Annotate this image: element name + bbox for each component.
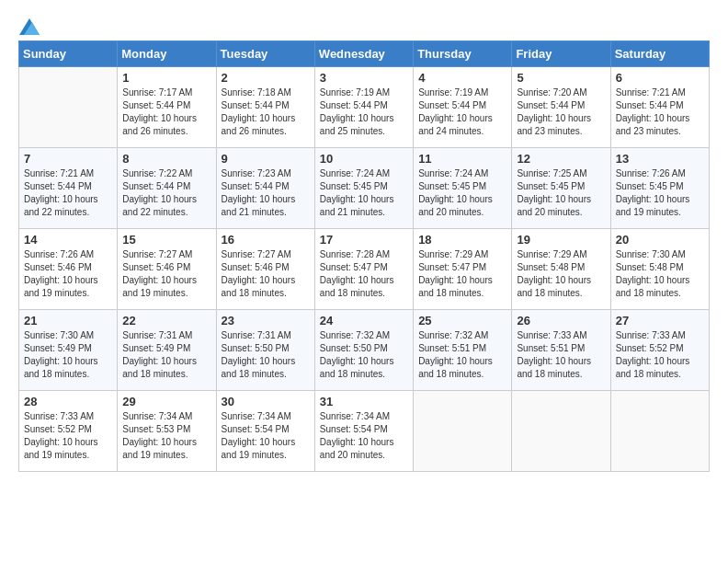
day-number: 22 xyxy=(122,314,210,327)
logo-icon xyxy=(19,18,40,35)
calendar-cell: 29Sunrise: 7:34 AM Sunset: 5:53 PM Dayli… xyxy=(118,391,216,472)
day-number: 4 xyxy=(418,71,506,85)
logo xyxy=(18,18,40,31)
calendar-cell: 25Sunrise: 7:32 AM Sunset: 5:51 PM Dayli… xyxy=(414,310,512,391)
calendar-cell: 8Sunrise: 7:22 AM Sunset: 5:44 PM Daylig… xyxy=(118,148,216,229)
day-info: Sunrise: 7:30 AM Sunset: 5:49 PM Dayligh… xyxy=(24,329,112,381)
day-number: 28 xyxy=(24,395,112,408)
day-info: Sunrise: 7:28 AM Sunset: 5:47 PM Dayligh… xyxy=(320,248,408,300)
calendar-cell: 15Sunrise: 7:27 AM Sunset: 5:46 PM Dayli… xyxy=(118,229,216,310)
day-info: Sunrise: 7:18 AM Sunset: 5:44 PM Dayligh… xyxy=(222,86,310,138)
day-number: 17 xyxy=(320,233,408,247)
calendar-cell: 3Sunrise: 7:19 AM Sunset: 5:44 PM Daylig… xyxy=(314,67,413,148)
calendar-cell: 24Sunrise: 7:32 AM Sunset: 5:50 PM Dayli… xyxy=(314,310,413,391)
calendar-cell xyxy=(19,67,118,148)
calendar-cell: 23Sunrise: 7:31 AM Sunset: 5:50 PM Dayli… xyxy=(216,310,314,391)
calendar-cell: 11Sunrise: 7:24 AM Sunset: 5:45 PM Dayli… xyxy=(414,148,512,229)
calendar-cell: 1Sunrise: 7:17 AM Sunset: 5:44 PM Daylig… xyxy=(118,67,216,148)
calendar-cell: 17Sunrise: 7:28 AM Sunset: 5:47 PM Dayli… xyxy=(314,229,413,310)
calendar-cell: 27Sunrise: 7:33 AM Sunset: 5:52 PM Dayli… xyxy=(610,310,709,391)
calendar-cell: 18Sunrise: 7:29 AM Sunset: 5:47 PM Dayli… xyxy=(414,229,512,310)
day-info: Sunrise: 7:32 AM Sunset: 5:50 PM Dayligh… xyxy=(320,329,408,381)
day-number: 6 xyxy=(616,71,704,85)
day-info: Sunrise: 7:33 AM Sunset: 5:52 PM Dayligh… xyxy=(616,329,704,381)
calendar-week-row: 14Sunrise: 7:26 AM Sunset: 5:46 PM Dayli… xyxy=(19,229,710,310)
day-info: Sunrise: 7:34 AM Sunset: 5:54 PM Dayligh… xyxy=(320,410,408,462)
day-info: Sunrise: 7:29 AM Sunset: 5:48 PM Dayligh… xyxy=(517,248,605,300)
calendar-cell: 28Sunrise: 7:33 AM Sunset: 5:52 PM Dayli… xyxy=(19,391,118,472)
day-info: Sunrise: 7:21 AM Sunset: 5:44 PM Dayligh… xyxy=(616,86,704,138)
column-header-thursday: Thursday xyxy=(414,41,512,67)
day-info: Sunrise: 7:30 AM Sunset: 5:48 PM Dayligh… xyxy=(616,248,704,300)
calendar-cell: 21Sunrise: 7:30 AM Sunset: 5:49 PM Dayli… xyxy=(19,310,118,391)
day-info: Sunrise: 7:33 AM Sunset: 5:51 PM Dayligh… xyxy=(517,329,605,381)
day-number: 24 xyxy=(320,314,408,327)
day-info: Sunrise: 7:26 AM Sunset: 5:45 PM Dayligh… xyxy=(616,167,704,219)
calendar-cell: 9Sunrise: 7:23 AM Sunset: 5:44 PM Daylig… xyxy=(216,148,314,229)
calendar-cell: 5Sunrise: 7:20 AM Sunset: 5:44 PM Daylig… xyxy=(512,67,610,148)
day-number: 2 xyxy=(222,71,310,85)
calendar-cell: 14Sunrise: 7:26 AM Sunset: 5:46 PM Dayli… xyxy=(19,229,118,310)
calendar-week-row: 21Sunrise: 7:30 AM Sunset: 5:49 PM Dayli… xyxy=(19,310,710,391)
column-header-saturday: Saturday xyxy=(610,41,709,67)
day-number: 23 xyxy=(222,314,310,327)
calendar-cell: 7Sunrise: 7:21 AM Sunset: 5:44 PM Daylig… xyxy=(19,148,118,229)
column-header-sunday: Sunday xyxy=(19,41,118,67)
calendar-cell: 4Sunrise: 7:19 AM Sunset: 5:44 PM Daylig… xyxy=(414,67,512,148)
calendar-header-row: SundayMondayTuesdayWednesdayThursdayFrid… xyxy=(19,41,710,67)
day-number: 8 xyxy=(122,152,210,166)
calendar-cell xyxy=(414,391,512,472)
column-header-tuesday: Tuesday xyxy=(216,41,314,67)
day-number: 9 xyxy=(222,152,310,166)
day-number: 5 xyxy=(517,71,605,85)
day-info: Sunrise: 7:25 AM Sunset: 5:45 PM Dayligh… xyxy=(517,167,605,219)
day-info: Sunrise: 7:29 AM Sunset: 5:47 PM Dayligh… xyxy=(418,248,506,300)
calendar-week-row: 1Sunrise: 7:17 AM Sunset: 5:44 PM Daylig… xyxy=(19,67,710,148)
day-number: 15 xyxy=(122,233,210,247)
calendar-cell: 22Sunrise: 7:31 AM Sunset: 5:49 PM Dayli… xyxy=(118,310,216,391)
day-info: Sunrise: 7:17 AM Sunset: 5:44 PM Dayligh… xyxy=(122,86,210,138)
column-header-monday: Monday xyxy=(118,41,216,67)
column-header-wednesday: Wednesday xyxy=(314,41,413,67)
day-number: 10 xyxy=(320,152,408,166)
calendar-cell: 16Sunrise: 7:27 AM Sunset: 5:46 PM Dayli… xyxy=(216,229,314,310)
day-number: 11 xyxy=(418,152,506,166)
calendar-cell: 10Sunrise: 7:24 AM Sunset: 5:45 PM Dayli… xyxy=(314,148,413,229)
calendar-cell: 2Sunrise: 7:18 AM Sunset: 5:44 PM Daylig… xyxy=(216,67,314,148)
day-number: 1 xyxy=(122,71,210,85)
calendar-cell: 19Sunrise: 7:29 AM Sunset: 5:48 PM Dayli… xyxy=(512,229,610,310)
day-number: 19 xyxy=(517,233,605,247)
day-info: Sunrise: 7:31 AM Sunset: 5:50 PM Dayligh… xyxy=(222,329,310,381)
day-info: Sunrise: 7:24 AM Sunset: 5:45 PM Dayligh… xyxy=(320,167,408,219)
day-info: Sunrise: 7:27 AM Sunset: 5:46 PM Dayligh… xyxy=(222,248,310,300)
day-info: Sunrise: 7:27 AM Sunset: 5:46 PM Dayligh… xyxy=(122,248,210,300)
day-number: 25 xyxy=(418,314,506,327)
day-info: Sunrise: 7:23 AM Sunset: 5:44 PM Dayligh… xyxy=(222,167,310,219)
day-number: 31 xyxy=(320,395,408,408)
calendar-cell: 20Sunrise: 7:30 AM Sunset: 5:48 PM Dayli… xyxy=(610,229,709,310)
day-info: Sunrise: 7:32 AM Sunset: 5:51 PM Dayligh… xyxy=(418,329,506,381)
day-number: 7 xyxy=(24,152,112,166)
calendar-table: SundayMondayTuesdayWednesdayThursdayFrid… xyxy=(18,40,710,472)
day-info: Sunrise: 7:34 AM Sunset: 5:53 PM Dayligh… xyxy=(122,410,210,462)
day-info: Sunrise: 7:19 AM Sunset: 5:44 PM Dayligh… xyxy=(418,86,506,138)
day-number: 12 xyxy=(517,152,605,166)
calendar-cell xyxy=(610,391,709,472)
day-info: Sunrise: 7:21 AM Sunset: 5:44 PM Dayligh… xyxy=(24,167,112,219)
day-number: 27 xyxy=(616,314,704,327)
calendar-week-row: 28Sunrise: 7:33 AM Sunset: 5:52 PM Dayli… xyxy=(19,391,710,472)
calendar-week-row: 7Sunrise: 7:21 AM Sunset: 5:44 PM Daylig… xyxy=(19,148,710,229)
day-info: Sunrise: 7:26 AM Sunset: 5:46 PM Dayligh… xyxy=(24,248,112,300)
calendar-cell: 30Sunrise: 7:34 AM Sunset: 5:54 PM Dayli… xyxy=(216,391,314,472)
day-number: 14 xyxy=(24,233,112,247)
day-number: 29 xyxy=(122,395,210,408)
day-number: 20 xyxy=(616,233,704,247)
day-info: Sunrise: 7:19 AM Sunset: 5:44 PM Dayligh… xyxy=(320,86,408,138)
calendar-cell: 26Sunrise: 7:33 AM Sunset: 5:51 PM Dayli… xyxy=(512,310,610,391)
calendar-cell: 12Sunrise: 7:25 AM Sunset: 5:45 PM Dayli… xyxy=(512,148,610,229)
day-info: Sunrise: 7:31 AM Sunset: 5:49 PM Dayligh… xyxy=(122,329,210,381)
calendar-cell xyxy=(512,391,610,472)
column-header-friday: Friday xyxy=(512,41,610,67)
calendar-cell: 6Sunrise: 7:21 AM Sunset: 5:44 PM Daylig… xyxy=(610,67,709,148)
day-info: Sunrise: 7:20 AM Sunset: 5:44 PM Dayligh… xyxy=(517,86,605,138)
